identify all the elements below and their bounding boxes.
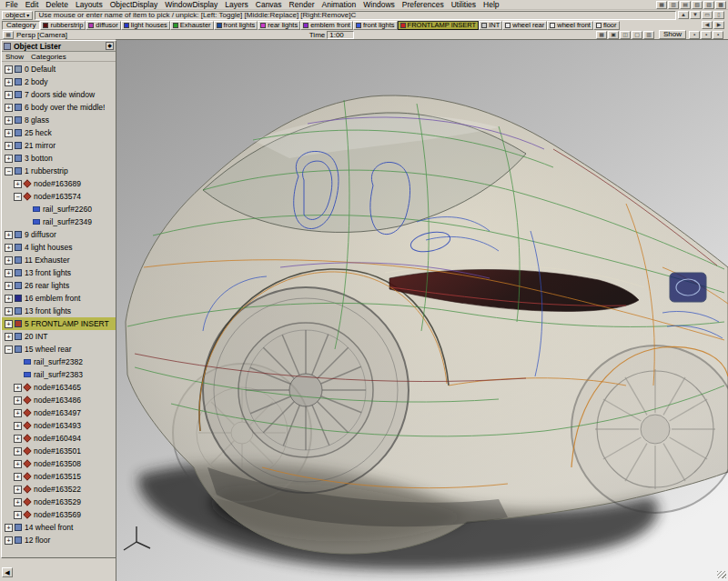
category-chip-light-houses[interactable]: light houses bbox=[121, 21, 170, 30]
tree-item[interactable]: +node#163569 bbox=[2, 508, 116, 521]
tree-item[interactable]: +node#163486 bbox=[2, 394, 116, 406]
time-value-input[interactable]: 1:00 bbox=[327, 31, 354, 39]
menu-delete[interactable]: Delete bbox=[42, 0, 72, 9]
expand-icon[interactable]: + bbox=[5, 269, 13, 277]
camera-selector[interactable]: ▦ Persp [Camera] bbox=[3, 31, 67, 39]
category-chip-emblem-front[interactable]: emblem front bbox=[300, 21, 353, 30]
expand-icon[interactable]: + bbox=[14, 511, 22, 519]
menu-animation[interactable]: Animation bbox=[318, 0, 360, 9]
tree-item[interactable]: +6 body over the middle! bbox=[2, 101, 116, 114]
layout-horiz-icon[interactable]: ▤ bbox=[680, 1, 691, 9]
tree-item[interactable]: +3 botton bbox=[2, 152, 116, 165]
expand-icon[interactable]: + bbox=[5, 256, 13, 265]
expand-icon[interactable]: + bbox=[14, 447, 22, 456]
tree-item[interactable]: −1 rubberstrip bbox=[2, 165, 116, 177]
expand-icon[interactable]: + bbox=[5, 282, 13, 290]
tree-item[interactable]: +node#163497 bbox=[2, 406, 116, 419]
category-chip-wheel-rear[interactable]: wheel rear bbox=[502, 21, 547, 30]
perspective-viewport[interactable] bbox=[116, 40, 728, 581]
view-zoom-icon[interactable]: ◫ bbox=[620, 31, 631, 39]
tree-item[interactable]: rail_surf#2260 bbox=[2, 203, 116, 215]
view-next-icon[interactable]: ▣ bbox=[608, 31, 619, 39]
tree-item[interactable]: +node#163689 bbox=[2, 177, 116, 190]
layout-quad-icon[interactable]: ▥ bbox=[668, 1, 679, 9]
menu-layouts[interactable]: Layouts bbox=[72, 0, 106, 9]
expand-icon[interactable]: + bbox=[5, 536, 13, 545]
menu-windowdisplay[interactable]: WindowDisplay bbox=[161, 0, 221, 9]
menu-canvas[interactable]: Canvas bbox=[252, 0, 286, 9]
category-chip-exhauster[interactable]: Exhauster bbox=[170, 21, 214, 30]
collapse-icon[interactable]: − bbox=[5, 346, 13, 354]
expand-icon[interactable]: + bbox=[14, 473, 22, 481]
category-chip-int[interactable]: INT bbox=[479, 21, 502, 30]
category-chip-rear-lights[interactable]: rear lights bbox=[258, 21, 300, 30]
expand-icon[interactable]: + bbox=[5, 142, 13, 150]
tree-item[interactable]: rail_surf#2383 bbox=[2, 368, 116, 381]
expand-icon[interactable]: + bbox=[5, 116, 13, 125]
expand-icon[interactable]: + bbox=[5, 78, 13, 86]
viewport-canvas[interactable] bbox=[116, 40, 728, 581]
expand-icon[interactable]: + bbox=[5, 524, 13, 532]
show-button[interactable]: Show bbox=[659, 30, 686, 39]
snap-point-icon[interactable]: ▩ bbox=[715, 1, 726, 9]
chips-scroll-left-icon[interactable]: ◀ bbox=[702, 21, 713, 29]
view-mini-button-3[interactable]: ▪ bbox=[713, 31, 723, 39]
tree-item[interactable]: +12 floor bbox=[2, 534, 116, 546]
category-chip-front-lights[interactable]: front lights bbox=[214, 21, 258, 30]
menu-utilities[interactable]: Utilities bbox=[448, 0, 480, 9]
view-mini-button-1[interactable]: ▪ bbox=[689, 31, 700, 39]
panel-menu-button[interactable]: ◆ bbox=[106, 42, 114, 50]
tree-item[interactable]: +16 emblem front bbox=[2, 292, 116, 305]
snap-curve-icon[interactable]: ▨ bbox=[703, 1, 714, 9]
expand-icon[interactable]: + bbox=[5, 91, 13, 99]
expand-icon[interactable]: + bbox=[14, 422, 22, 430]
expand-icon[interactable]: + bbox=[14, 498, 22, 506]
tree-item[interactable]: +7 doors side window bbox=[2, 88, 116, 101]
expand-icon[interactable]: + bbox=[14, 409, 22, 417]
menu-layers[interactable]: Layers bbox=[221, 0, 252, 9]
view-mini-button-2[interactable]: ▪ bbox=[701, 31, 712, 39]
tree-item[interactable]: +21 mirror bbox=[2, 139, 116, 152]
prompt-field[interactable]: Use mouse or enter name of item to pick … bbox=[35, 11, 676, 20]
tree-item[interactable]: +26 rear lights bbox=[2, 279, 116, 292]
tree-item[interactable]: rail_surf#2349 bbox=[2, 215, 116, 228]
chips-scroll-right-icon[interactable]: ▶ bbox=[713, 21, 724, 29]
collapse-icon[interactable]: − bbox=[14, 193, 22, 201]
tree-item[interactable]: +25 heck bbox=[2, 126, 116, 139]
category-chip-rubberstrip[interactable]: rubberstrip bbox=[40, 21, 86, 30]
tab-show[interactable]: Show bbox=[5, 53, 24, 61]
category-chip-floor[interactable]: floor bbox=[593, 21, 620, 30]
menu-windows[interactable]: Windows bbox=[359, 0, 398, 9]
tree-item[interactable]: +node#163493 bbox=[2, 419, 116, 432]
tree-item[interactable]: +node#163529 bbox=[2, 496, 116, 508]
expand-icon[interactable]: + bbox=[14, 384, 22, 392]
tree-item[interactable]: +node#163522 bbox=[2, 483, 116, 496]
tab-categories[interactable]: Categories bbox=[31, 53, 66, 61]
expand-icon[interactable]: + bbox=[14, 180, 22, 188]
view-look-icon[interactable]: ▥ bbox=[643, 31, 654, 39]
tree-item[interactable]: +13 front lights bbox=[2, 305, 116, 317]
menu-objectdisplay[interactable]: ObjectDisplay bbox=[106, 0, 161, 9]
tree-item[interactable]: +9 diffusor bbox=[2, 228, 116, 241]
view-pan-icon[interactable]: ▢ bbox=[632, 31, 642, 39]
prompt-history-down-icon[interactable]: ▼ bbox=[690, 11, 701, 19]
category-chip-diffusor[interactable]: diffusor bbox=[86, 21, 120, 30]
resize-grip[interactable] bbox=[717, 571, 726, 578]
tree-item[interactable]: +node#163515 bbox=[2, 470, 116, 483]
tree-item[interactable]: +4 light houses bbox=[2, 241, 116, 254]
tree-item[interactable]: +13 front lights bbox=[2, 266, 116, 279]
tree-item[interactable]: +node#163465 bbox=[2, 381, 116, 394]
promptline-expand-icon[interactable]: ▯ bbox=[713, 11, 724, 19]
expand-icon[interactable]: + bbox=[5, 104, 13, 112]
expand-icon[interactable]: + bbox=[5, 244, 13, 252]
tree-item[interactable]: +node#163508 bbox=[2, 457, 116, 470]
tree-item[interactable]: +0 Default bbox=[2, 63, 116, 75]
object-picker-button[interactable]: object ▾ bbox=[2, 11, 33, 20]
tree-item[interactable]: +20 INT bbox=[2, 330, 116, 343]
expand-icon[interactable]: + bbox=[5, 320, 13, 328]
snap-grid-icon[interactable]: ▧ bbox=[692, 1, 703, 9]
expand-icon[interactable]: + bbox=[5, 129, 13, 137]
expand-icon[interactable]: + bbox=[14, 486, 22, 494]
tree-item[interactable]: +8 glass bbox=[2, 114, 116, 126]
layout-single-icon[interactable]: ▦ bbox=[656, 1, 667, 9]
